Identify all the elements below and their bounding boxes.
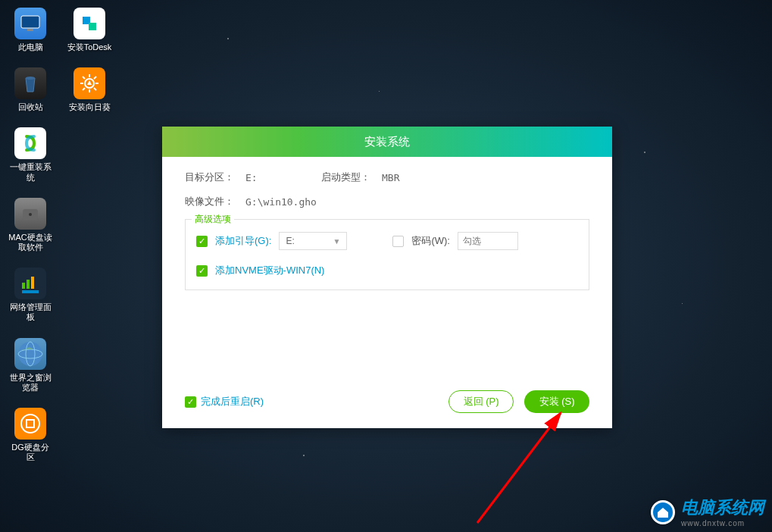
desktop-icon-dg-partition[interactable]: DG硬盘分区 <box>8 408 53 462</box>
image-file-value: G:\win10.gho <box>245 196 317 208</box>
svg-point-2 <box>26 77 35 80</box>
recycle-bin-icon <box>14 67 46 99</box>
nvme-label[interactable]: 添加NVME驱动-WIN7(N) <box>215 264 324 277</box>
icon-label: 安装向日葵 <box>69 102 111 112</box>
reinstall-icon <box>14 127 46 159</box>
install-button[interactable]: 安装 (S) <box>524 390 589 413</box>
svg-rect-0 <box>21 16 39 28</box>
nvme-checkbox[interactable]: ✓ <box>196 265 208 277</box>
advanced-options-fieldset: 高级选项 ✓ 添加引导(G): E: ▼ 密码(W): ✓ 添加NVME驱动-W… <box>185 219 589 290</box>
svg-line-25 <box>477 413 561 523</box>
globe-icon <box>14 338 46 370</box>
svg-line-11 <box>83 88 85 90</box>
desktop-icon-this-pc[interactable]: 此电脑 <box>8 8 53 52</box>
chevron-down-icon: ▼ <box>333 237 340 246</box>
target-partition-value: E: <box>245 172 321 183</box>
svg-point-19 <box>18 342 42 366</box>
icon-label: 此电脑 <box>18 42 43 52</box>
svg-line-12 <box>94 77 96 79</box>
boot-drive-select[interactable]: E: ▼ <box>279 232 347 250</box>
icon-label: 网络管理面板 <box>8 302 53 322</box>
desktop-icons-area: 此电脑 安装ToDesk 回收站 安装向日葵 一键重装系统 <box>8 8 121 477</box>
svg-rect-18 <box>22 290 39 293</box>
watermark-logo-icon <box>651 500 675 524</box>
icon-label: 一键重装系统 <box>8 162 53 182</box>
icon-label: MAC硬盘读取软件 <box>8 233 53 252</box>
desktop-icon-recycle-bin[interactable]: 回收站 <box>8 67 53 112</box>
dialog-footer: ✓ 完成后重启(R) 返回 (P) 安装 (S) <box>185 390 589 413</box>
svg-rect-15 <box>22 283 25 289</box>
watermark-title: 电脑系统网 <box>681 496 764 519</box>
svg-point-14 <box>29 213 32 216</box>
icon-label: DG硬盘分区 <box>8 443 53 462</box>
todesk-icon <box>73 8 105 39</box>
svg-line-9 <box>83 77 85 79</box>
dialog-body: 目标分区： E: 启动类型： MBR 映像文件： G:\win10.gho 高级… <box>162 157 612 304</box>
dg-partition-icon <box>14 408 46 440</box>
desktop-icon-reinstall[interactable]: 一键重装系统 <box>8 127 53 182</box>
password-input[interactable] <box>458 232 518 250</box>
boot-type-value: MBR <box>382 172 399 183</box>
watermark: 电脑系统网 www.dnxtw.com <box>651 496 764 527</box>
dialog-title: 安装系统 <box>162 127 612 157</box>
monitor-icon <box>14 8 46 39</box>
back-button[interactable]: 返回 (P) <box>449 390 514 413</box>
mac-disk-icon <box>14 198 46 230</box>
icon-label: 安装ToDesk <box>67 42 112 52</box>
boot-drive-value: E: <box>286 236 294 246</box>
desktop-icon-network-panel[interactable]: 网络管理面板 <box>8 268 53 322</box>
network-panel-icon <box>14 268 46 299</box>
add-boot-checkbox[interactable]: ✓ <box>196 236 208 247</box>
desktop-icon-sunflower[interactable]: 安装向日葵 <box>67 67 112 112</box>
svg-point-22 <box>21 415 39 433</box>
watermark-url: www.dnxtw.com <box>681 519 764 527</box>
desktop-icon-todesk[interactable]: 安装ToDesk <box>67 8 112 52</box>
image-file-label: 映像文件： <box>185 195 245 208</box>
icon-label: 世界之窗浏览器 <box>8 373 53 393</box>
restart-checkbox[interactable]: ✓ <box>185 396 196 408</box>
install-system-dialog: 安装系统 目标分区： E: 启动类型： MBR 映像文件： G:\win10.g… <box>162 127 612 428</box>
add-boot-label[interactable]: 添加引导(G): <box>215 234 271 248</box>
desktop-icon-browser[interactable]: 世界之窗浏览器 <box>8 338 53 393</box>
sunflower-icon <box>73 67 105 99</box>
boot-type-label: 启动类型： <box>321 171 382 184</box>
password-checkbox[interactable] <box>392 236 404 247</box>
desktop-icon-mac-disk[interactable]: MAC硬盘读取软件 <box>8 198 53 252</box>
svg-rect-17 <box>31 277 34 289</box>
svg-marker-4 <box>87 80 92 85</box>
target-partition-label: 目标分区： <box>185 171 245 184</box>
password-label: 密码(W): <box>411 234 450 248</box>
restart-label[interactable]: 完成后重启(R) <box>201 395 264 408</box>
advanced-legend: 高级选项 <box>192 213 234 226</box>
svg-rect-16 <box>27 280 30 289</box>
svg-line-10 <box>94 88 96 90</box>
svg-rect-1 <box>27 29 33 31</box>
icon-label: 回收站 <box>18 102 43 112</box>
